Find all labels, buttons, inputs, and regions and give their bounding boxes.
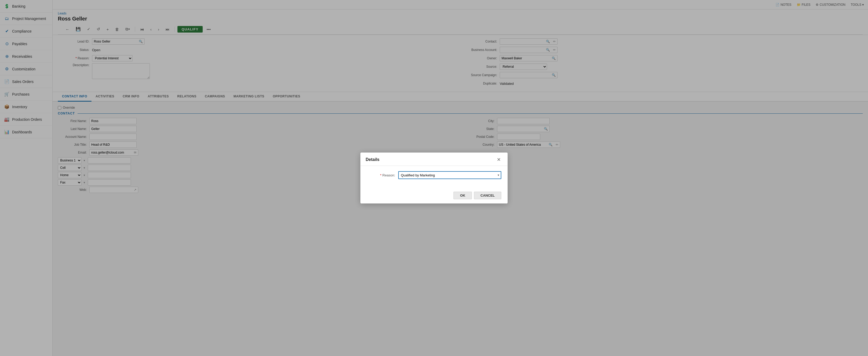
dialog-body: Reason: Qualified by Marketing Potential… — [361, 166, 507, 188]
ok-button[interactable]: OK — [454, 192, 472, 199]
dialog-footer: OK CANCEL — [361, 188, 507, 204]
dialog-close-button[interactable]: ✕ — [495, 156, 502, 163]
dialog-title: Details — [366, 157, 379, 162]
dialog-reason-label: Reason: — [367, 173, 398, 177]
dialog-reason-row: Reason: Qualified by Marketing Potential… — [367, 171, 501, 179]
dialog-reason-container: Qualified by Marketing Potential Interes… — [398, 171, 501, 179]
details-dialog: Details ✕ Reason: Qualified by Marketing… — [361, 152, 507, 204]
dialog-header: Details ✕ — [361, 152, 507, 166]
dialog-reason-select[interactable]: Qualified by Marketing Potential Interes… — [398, 171, 501, 179]
cancel-button[interactable]: CANCEL — [474, 192, 501, 199]
dialog-overlay: Details ✕ Reason: Qualified by Marketing… — [0, 0, 868, 356]
